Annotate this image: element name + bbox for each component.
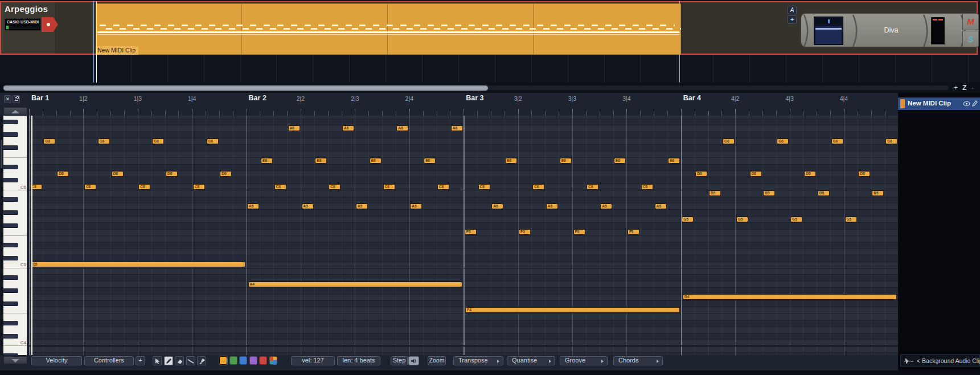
midi-note[interactable]: A5 [356,203,368,209]
midi-note[interactable]: G6 [831,138,843,144]
keyboard-scroll-thumb[interactable] [1,140,2,168]
horizontal-scrollbar-thumb[interactable] [3,85,488,91]
track-lane-below[interactable] [0,55,980,83]
track-header[interactable]: Arpeggios CASIO USB-MIDI [1,2,56,54]
midi-note[interactable]: C6 [329,184,341,190]
midi-note[interactable]: E6 [424,158,436,164]
midi-note[interactable]: D6 [220,171,232,177]
midi-note[interactable]: G6 [777,138,789,144]
popout-icon[interactable] [13,95,20,103]
midi-note[interactable]: C6 [84,184,96,190]
black-key[interactable] [3,275,18,280]
groove-menu[interactable]: Groove [560,356,608,365]
note-color-swatch[interactable] [259,356,267,365]
midi-note[interactable]: C6 [532,184,544,190]
edit-pencil-icon[interactable] [971,100,978,107]
midi-note[interactable]: A5 [491,203,503,209]
midi-note[interactable]: E6 [315,158,327,164]
midi-note[interactable]: D6 [804,171,816,177]
midi-note[interactable]: A5 [247,203,259,209]
midi-note[interactable]: G5 [736,217,748,222]
solo-button[interactable]: S [962,31,979,48]
midi-note[interactable]: C6 [641,184,653,190]
loop-start-marker[interactable] [93,1,95,85]
midi-note[interactable]: E6 [261,158,273,164]
midi-note[interactable]: E6 [505,158,517,164]
zoom-button[interactable]: Zoom [428,356,446,365]
midi-note[interactable]: B5 [763,190,775,196]
record-arrow-icon[interactable] [42,17,58,32]
step-input-button[interactable]: Step [391,356,408,365]
midi-note[interactable]: D6 [166,171,178,177]
midi-note[interactable]: D6 [750,171,762,177]
black-key[interactable] [3,197,18,202]
midi-note[interactable]: C6 [437,184,449,190]
scroll-down-icon[interactable] [3,356,27,364]
eraser-tool-button[interactable] [175,356,184,365]
add-plugin-button[interactable]: + [788,15,797,24]
midi-note[interactable]: G4 [683,294,897,300]
pencil-tool-button[interactable] [164,356,173,365]
midi-note[interactable]: A6 [342,125,354,131]
midi-input-device[interactable]: CASIO USB-MIDI [5,18,41,31]
midi-clip[interactable] [96,3,681,55]
midi-note[interactable]: C6 [587,184,598,190]
midi-note[interactable]: B5 [818,190,830,196]
volume-pan-plugin[interactable] [814,17,843,45]
midi-note[interactable]: A6 [451,125,463,131]
midi-note[interactable]: A4 [248,282,463,287]
midi-note[interactable]: A5 [410,203,422,209]
clip-properties-header[interactable]: New MIDI Clip [898,97,980,110]
midi-note[interactable]: B5 [872,190,884,196]
instrument-plugin[interactable]: Diva [863,14,920,48]
midi-note[interactable]: F5 [628,229,639,235]
midi-note[interactable]: F4 [465,307,680,313]
midi-note[interactable]: C5 [31,262,245,267]
midi-note[interactable]: A6 [288,125,300,131]
midi-note[interactable]: G5 [790,217,802,222]
black-key[interactable] [3,165,18,169]
audition-button[interactable] [408,356,419,365]
timeline-ruler[interactable]: Bar 11|21|31|4Bar 22|22|32|4Bar 33|23|33… [29,93,898,108]
midi-note[interactable]: A5 [302,203,314,209]
midi-note[interactable]: D6 [858,171,870,177]
black-key[interactable] [3,321,18,325]
controllers-tab[interactable]: Controllers [84,356,134,365]
loop-end-marker[interactable] [679,1,680,83]
midi-note[interactable]: D6 [695,171,707,177]
arrow-tool-button[interactable] [153,356,162,365]
black-key[interactable] [3,243,18,247]
black-key[interactable] [3,178,18,182]
midi-note[interactable]: G6 [207,138,219,144]
note-color-swatch[interactable] [239,356,247,365]
midi-note[interactable]: E6 [370,158,382,164]
midi-note[interactable]: A5 [655,203,667,209]
black-key[interactable] [3,256,18,260]
clip-name-label[interactable]: New MIDI Clip [96,46,138,55]
velocity-tab[interactable]: Velocity [31,356,82,365]
midi-note[interactable]: F5 [519,229,531,235]
midi-note[interactable]: A6 [396,125,408,131]
black-key[interactable] [3,120,18,124]
black-key[interactable] [3,145,18,150]
track-row[interactable]: Arpeggios CASIO USB-MIDI New MIDI Clip A… [0,1,978,55]
quantise-menu[interactable]: Quantise [507,356,555,365]
note-color-swatch[interactable] [229,356,237,365]
midi-note[interactable]: D6 [112,171,124,177]
note-grid[interactable]: C6G6D6C6G6D6C6G6D6C6G6D6C5A5E6C6A6A5E6C6… [29,116,898,355]
chords-menu[interactable]: Chords [613,356,663,365]
black-key[interactable] [3,288,18,293]
midi-note[interactable]: G6 [723,138,735,144]
midi-note[interactable]: A5 [546,203,558,209]
midi-note[interactable]: G6 [152,138,164,144]
midi-note[interactable]: C6 [383,184,395,190]
black-key[interactable] [3,334,18,339]
background-audio-clip-selector[interactable]: < Background Audio Clip > [900,354,980,366]
scroll-up-icon[interactable] [3,107,27,115]
transpose-menu[interactable]: Transpose [453,356,503,365]
midi-note[interactable]: C6 [193,184,205,190]
brush-tool-button[interactable] [197,356,206,365]
midi-note[interactable]: G6 [43,138,55,144]
note-color-swatch[interactable] [249,356,257,365]
playhead-line[interactable] [96,1,97,85]
